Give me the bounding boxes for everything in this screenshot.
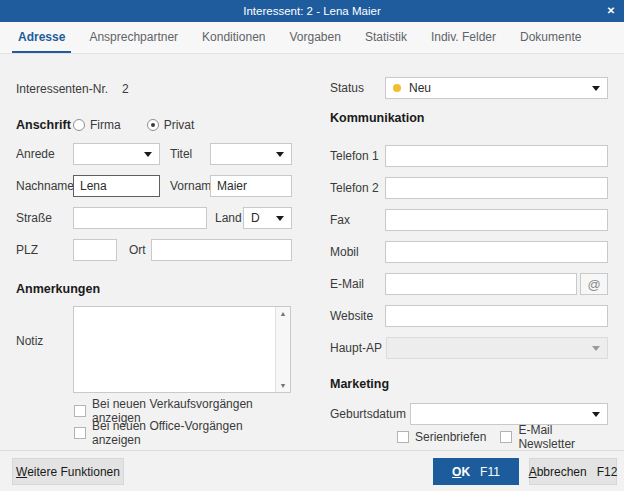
ort-input[interactable]: [151, 239, 292, 261]
vorname-label: Vorname: [170, 179, 210, 193]
marketing-heading: Marketing: [330, 377, 389, 391]
radio-privat-icon[interactable]: [147, 119, 159, 131]
ort-label: Ort: [129, 243, 151, 257]
mobil-input[interactable]: [385, 241, 608, 263]
status-label: Status: [330, 81, 385, 95]
status-value: Neu: [409, 81, 431, 95]
newsletter-checkbox[interactable]: [500, 431, 512, 443]
tab-bar: Adresse Ansprechpartner Konditionen Vorg…: [0, 22, 624, 54]
land-label: Land: [215, 211, 243, 225]
interessenten-nr-value: 2: [122, 82, 129, 96]
haupt-ap-label: Haupt-AP: [330, 341, 386, 355]
status-new-dot-icon: [393, 84, 401, 92]
status-dropdown[interactable]: Neu: [385, 77, 608, 99]
verkaufsvorgaenge-checkbox[interactable]: [74, 405, 86, 417]
scroll-down-icon[interactable]: ▼: [280, 382, 287, 389]
weitere-funktionen-button[interactable]: Weitere Funktionen: [12, 458, 124, 485]
radio-privat-label: Privat: [164, 118, 195, 132]
notiz-textarea[interactable]: ▲ ▼: [73, 306, 291, 393]
fax-input[interactable]: [385, 209, 608, 231]
tab-statistik[interactable]: Statistik: [353, 22, 419, 53]
chevron-down-icon: [592, 86, 600, 91]
chevron-down-icon: [592, 412, 600, 417]
tab-konditionen[interactable]: Konditionen: [190, 22, 277, 53]
radio-privat[interactable]: Privat: [147, 118, 195, 132]
email-input[interactable]: [385, 273, 577, 295]
notiz-scrollbar[interactable]: ▲ ▼: [275, 307, 290, 392]
serienbriefen-checkbox[interactable]: [397, 431, 409, 443]
scroll-up-icon[interactable]: ▲: [280, 310, 287, 317]
officevorgaenge-checkbox[interactable]: [74, 427, 86, 439]
tab-dokumente[interactable]: Dokumente: [508, 22, 593, 53]
chevron-down-icon: [276, 152, 284, 157]
status-column: Status Neu Kommunikation Telefon 1 Telef…: [330, 55, 608, 444]
radio-firma[interactable]: Firma: [73, 118, 121, 132]
anmerkungen-heading: Anmerkungen: [16, 282, 100, 296]
chevron-down-icon: [144, 152, 152, 157]
website-input[interactable]: [385, 305, 608, 327]
radio-firma-icon[interactable]: [73, 119, 85, 131]
nachname-label: Nachname: [16, 179, 73, 193]
tab-indiv-felder[interactable]: Indiv. Felder: [419, 22, 508, 53]
dialog-titlebar: Interessent: 2 - Lena Maier ✕: [0, 0, 624, 22]
fax-label: Fax: [330, 213, 385, 227]
newsletter-checkbox-group[interactable]: E-Mail Newsletter: [500, 423, 608, 451]
titel-label: Titel: [170, 147, 210, 161]
kommunikation-heading: Kommunikation: [330, 111, 424, 125]
vorname-input[interactable]: [210, 175, 292, 197]
plz-label: PLZ: [16, 243, 73, 257]
mobil-label: Mobil: [330, 245, 385, 259]
anrede-label: Anrede: [16, 147, 73, 161]
land-dropdown[interactable]: D: [243, 207, 292, 229]
close-icon[interactable]: ✕: [598, 0, 624, 22]
chevron-down-icon: [276, 216, 284, 221]
telefon1-input[interactable]: [385, 145, 608, 167]
strasse-label: Straße: [16, 211, 73, 225]
telefon2-label: Telefon 2: [330, 181, 385, 195]
website-label: Website: [330, 309, 385, 323]
newsletter-checkbox-label: E-Mail Newsletter: [518, 423, 608, 451]
ok-button[interactable]: OK F11: [433, 458, 519, 485]
officevorgaenge-checkbox-label: Bei neuen Office-Vorgängen anzeigen: [92, 419, 292, 447]
tab-adresse[interactable]: Adresse: [6, 22, 77, 53]
interessenten-nr-label: Interessenten-Nr.: [16, 82, 108, 96]
notiz-label: Notiz: [16, 334, 73, 348]
email-label: E-Mail: [330, 277, 385, 291]
abbrechen-button[interactable]: Abbrechen F12: [529, 458, 617, 485]
plz-input[interactable]: [73, 239, 117, 261]
serienbriefen-checkbox-label: Serienbriefen: [415, 430, 486, 444]
anschrift-heading: Anschrift: [16, 118, 73, 132]
adresse-tab-content: Interessenten-Nr. 2 Anschrift Firma Priv…: [0, 55, 624, 450]
telefon2-input[interactable]: [385, 177, 608, 199]
geburtsdatum-dropdown[interactable]: [410, 403, 608, 425]
tab-ansprechpartner[interactable]: Ansprechpartner: [77, 22, 190, 53]
tab-vorgaben[interactable]: Vorgaben: [277, 22, 352, 53]
ok-shortcut: F11: [480, 465, 500, 479]
nachname-input[interactable]: [73, 175, 160, 197]
haupt-ap-dropdown: [386, 337, 608, 359]
serienbriefen-checkbox-group[interactable]: Serienbriefen: [397, 430, 486, 444]
dialog-title: Interessent: 2 - Lena Maier: [243, 5, 380, 17]
at-icon[interactable]: @: [580, 273, 608, 295]
strasse-input[interactable]: [73, 207, 207, 229]
radio-firma-label: Firma: [90, 118, 121, 132]
land-value: D: [251, 211, 260, 225]
anrede-dropdown[interactable]: [73, 143, 160, 165]
telefon1-label: Telefon 1: [330, 149, 385, 163]
chevron-down-icon: [592, 346, 600, 351]
address-column: Interessenten-Nr. 2 Anschrift Firma Priv…: [16, 55, 292, 440]
abbrechen-shortcut: F12: [597, 465, 618, 479]
geburtsdatum-label: Geburtsdatum: [330, 407, 410, 421]
dialog-footer: Weitere Funktionen OK F11 Abbrechen F12: [0, 450, 624, 491]
titel-dropdown[interactable]: [210, 143, 292, 165]
